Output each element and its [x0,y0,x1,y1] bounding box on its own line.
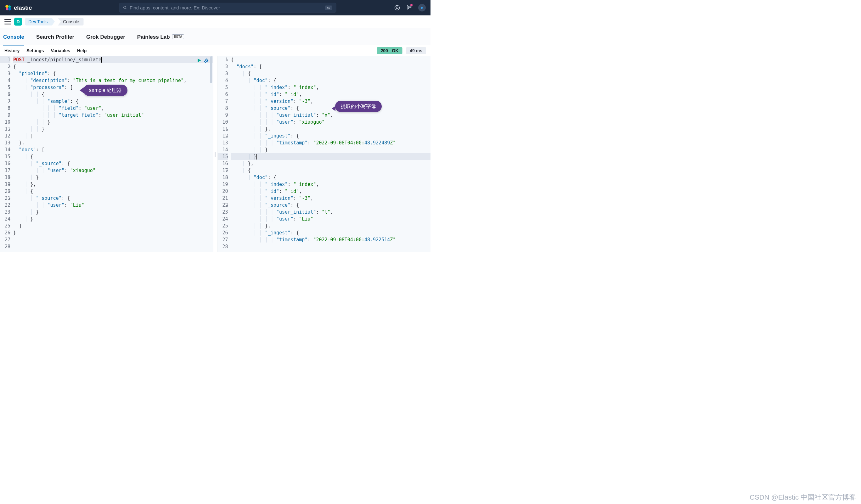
svg-point-3 [8,8,11,11]
search-kbd-hint: ⌘/ [325,5,332,10]
response-gutter: 1▾2▾3▾4▾5678▾91011▾12▾1314▾15▾16▾17▾18▾1… [218,56,230,252]
tab-painless-lab[interactable]: Painless Lab BETA [137,28,184,45]
console-subtabs: History Settings Variables Help 200 - OK… [0,45,430,56]
search-icon [123,6,127,10]
search-input[interactable] [129,5,323,10]
request-gutter: 12▾3▾45▾6▾7▾8910▾11▾1213▾14▾15▾16▾1718▾1… [0,56,13,252]
user-avatar[interactable]: e [418,4,426,12]
request-options-icon[interactable] [204,58,209,63]
response-status: 200 - OK [377,47,402,54]
breadcrumb-bar: D Dev Tools Console [0,15,430,28]
global-header: elastic ⌘/ e [0,0,430,15]
splitter-handle-icon: ‖ [214,152,217,157]
elastic-logo[interactable]: elastic [5,4,32,11]
annotation-lowercase-extract: 提取的小写字母 [335,101,382,112]
response-time: 49 ms [406,47,426,54]
svg-point-7 [396,7,398,9]
pane-splitter[interactable]: ‖ [213,56,218,252]
subtab-help[interactable]: Help [77,48,86,53]
beta-badge: BETA [172,34,184,39]
svg-point-0 [5,5,9,8]
notification-dot-icon [410,4,413,6]
svg-point-1 [9,5,11,8]
tab-search-profiler[interactable]: Search Profiler [36,28,74,45]
run-request-icon[interactable] [196,58,202,63]
subtab-variables[interactable]: Variables [51,48,70,53]
space-selector[interactable]: D [14,18,22,26]
app-tabs: Console Search Profiler Grok Debugger Pa… [0,28,430,45]
svg-point-6 [395,5,400,10]
elastic-logo-icon [5,4,12,11]
annotation-sample-processor: sample 处理器 [83,85,127,96]
tab-grok-debugger[interactable]: Grok Debugger [86,28,125,45]
brand-name: elastic [14,4,32,11]
response-pane[interactable]: 1▾2▾3▾4▾5678▾91011▾12▾1314▾15▾16▾17▾18▾1… [218,56,431,252]
svg-line-5 [126,8,126,9]
svg-point-2 [6,8,9,10]
subtab-settings[interactable]: Settings [26,48,44,53]
nav-toggle-icon[interactable] [4,19,11,25]
scrollbar[interactable] [210,56,213,83]
request-pane[interactable]: 12▾3▾45▾6▾7▾8910▾11▾1213▾14▾15▾16▾1718▾1… [0,56,213,252]
watermark: CSDN @Elastic 中国社区官方博客 [750,493,856,502]
tab-console[interactable]: Console [3,28,24,45]
global-search[interactable]: ⌘/ [119,3,336,13]
news-icon[interactable] [406,5,412,11]
response-viewer: { "docs": [ │ { │ "doc": { │ │ "_index":… [230,56,431,252]
editor-area: 12▾3▾45▾6▾7▾8910▾11▾1213▾14▾15▾16▾1718▾1… [0,56,430,252]
subtab-history[interactable]: History [4,48,19,53]
help-icon[interactable] [394,5,400,11]
breadcrumb-console[interactable]: Console [58,18,83,26]
svg-point-4 [124,6,126,9]
breadcrumb-devtools[interactable]: Dev Tools [25,18,52,26]
